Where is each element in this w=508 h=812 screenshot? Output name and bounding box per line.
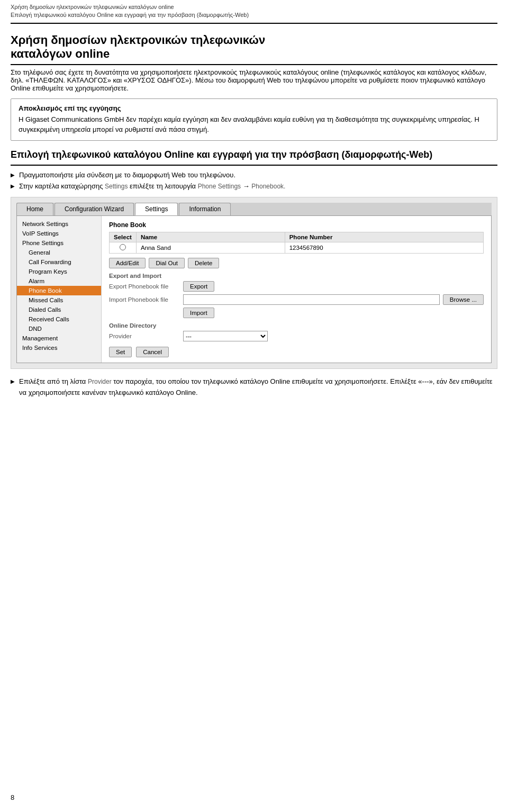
provider-row: Provider --- bbox=[109, 331, 484, 341]
bullet-item-2: Στην καρτέλα καταχώρησης Settings επιλέξ… bbox=[11, 181, 497, 192]
sidebar-item-received-calls[interactable]: Received Calls bbox=[17, 314, 101, 324]
tab-home[interactable]: Home bbox=[16, 203, 53, 215]
delete-button[interactable]: Delete bbox=[188, 258, 219, 268]
title-divider bbox=[11, 64, 497, 65]
provider-select[interactable]: --- bbox=[183, 331, 268, 341]
import-label: Import Phonebook file bbox=[109, 296, 183, 303]
radio-button[interactable] bbox=[120, 244, 126, 250]
sidebar-item-management[interactable]: Management bbox=[17, 333, 101, 343]
import-row: Import Phonebook file Browse ... bbox=[109, 294, 484, 305]
ui-main-area: Phone Book Select Name Phone Number bbox=[102, 216, 491, 363]
section2-title: Επιλογή τηλεφωνικού καταλόγου Online και… bbox=[11, 149, 497, 160]
top-bullets: Πραγματοποιήστε μία σύνδεση με το διαμορ… bbox=[11, 170, 497, 192]
provider-label: Provider bbox=[109, 333, 183, 339]
export-import-title: Export and Import bbox=[109, 273, 484, 279]
cancel-button[interactable]: Cancel bbox=[136, 347, 169, 357]
ui-tab-bar: Home Configuration Wizard Settings Infor… bbox=[16, 203, 492, 216]
sidebar-item-alarm[interactable]: Alarm bbox=[17, 276, 101, 286]
page-title: Χρήση δημοσίων ηλεκτρονικών τηλεφωνικών … bbox=[11, 33, 497, 61]
tab-configuration-wizard[interactable]: Configuration Wizard bbox=[55, 203, 134, 215]
intro-paragraph: Στο τηλέφωνό σας έχετε τη δυνατότητα να … bbox=[11, 68, 497, 92]
main-content: Χρήση δημοσίων ηλεκτρονικών τηλεφωνικών … bbox=[0, 24, 508, 408]
export-row: Export Phonebook file Export bbox=[109, 281, 484, 292]
col-select: Select bbox=[110, 232, 137, 242]
sidebar-item-phone-settings[interactable]: Phone Settings bbox=[17, 238, 101, 248]
browse-button[interactable]: Browse ... bbox=[443, 294, 484, 305]
import-button[interactable]: Import bbox=[183, 308, 214, 318]
table-cell-select[interactable] bbox=[110, 242, 137, 254]
tab-settings[interactable]: Settings bbox=[135, 203, 178, 215]
sidebar-item-dnd[interactable]: DND bbox=[17, 324, 101, 333]
section2-divider bbox=[11, 165, 497, 166]
phonebook-section-title: Phone Book bbox=[109, 221, 484, 229]
disclaimer-box: Αποκλεισμός επί της εγγύησης Η Gigaset C… bbox=[11, 98, 497, 141]
import-file-input[interactable] bbox=[183, 294, 440, 305]
sidebar-item-voip-settings[interactable]: VoIP Settings bbox=[17, 229, 101, 238]
sidebar-item-network-settings[interactable]: Network Settings bbox=[17, 219, 101, 229]
ui-sidebar: Network Settings VoIP Settings Phone Set… bbox=[17, 216, 102, 363]
col-phone: Phone Number bbox=[285, 232, 483, 242]
bottom-action-buttons: Set Cancel bbox=[109, 347, 484, 357]
sidebar-item-missed-calls[interactable]: Missed Calls bbox=[17, 295, 101, 305]
sidebar-item-call-forwarding[interactable]: Call Forwarding bbox=[17, 257, 101, 267]
phonebook-table: Select Name Phone Number Anna Sand 12345… bbox=[109, 232, 484, 254]
import-controls: Browse ... bbox=[183, 294, 484, 305]
table-cell-phone: 1234567890 bbox=[285, 242, 483, 254]
ui-screenshot: Home Configuration Wizard Settings Infor… bbox=[11, 197, 497, 369]
disclaimer-title: Αποκλεισμός επί της εγγύησης bbox=[19, 104, 489, 112]
export-button[interactable]: Export bbox=[183, 281, 214, 292]
sidebar-item-general[interactable]: General bbox=[17, 248, 101, 257]
bottom-bullet-1: Επιλέξτε από τη λίστα Provider τον παροχ… bbox=[11, 376, 497, 399]
dial-out-button[interactable]: Dial Out bbox=[149, 258, 185, 268]
table-row: Anna Sand 1234567890 bbox=[110, 242, 484, 254]
sidebar-item-dialed-calls[interactable]: Dialed Calls bbox=[17, 305, 101, 314]
set-button[interactable]: Set bbox=[109, 347, 132, 357]
col-name: Name bbox=[136, 232, 285, 242]
phonebook-action-buttons: Add/Edit Dial Out Delete bbox=[109, 258, 484, 268]
sidebar-item-phone-book[interactable]: Phone Book bbox=[17, 286, 101, 295]
breadcrumb: Χρήση δημοσίων ηλεκτρονικών τηλεφωνικών … bbox=[0, 0, 508, 21]
bullet-item-1: Πραγματοποιήστε μία σύνδεση με το διαμορ… bbox=[11, 170, 497, 181]
tab-information[interactable]: Information bbox=[179, 203, 231, 215]
sidebar-item-program-keys[interactable]: Program Keys bbox=[17, 267, 101, 276]
export-label: Export Phonebook file bbox=[109, 283, 183, 290]
disclaimer-text: Η Gigaset Communications GmbH δεν παρέχε… bbox=[19, 114, 489, 135]
export-controls: Export bbox=[183, 281, 484, 292]
import-btn-row: Import bbox=[109, 308, 484, 318]
table-cell-name: Anna Sand bbox=[136, 242, 285, 254]
add-edit-button[interactable]: Add/Edit bbox=[109, 258, 146, 268]
sidebar-item-info-services[interactable]: Info Services bbox=[17, 343, 101, 353]
ui-body: Network Settings VoIP Settings Phone Set… bbox=[16, 216, 492, 363]
online-directory-title: Online Directory bbox=[109, 322, 484, 329]
bottom-bullets: Επιλέξτε από τη λίστα Provider τον παροχ… bbox=[11, 376, 497, 399]
